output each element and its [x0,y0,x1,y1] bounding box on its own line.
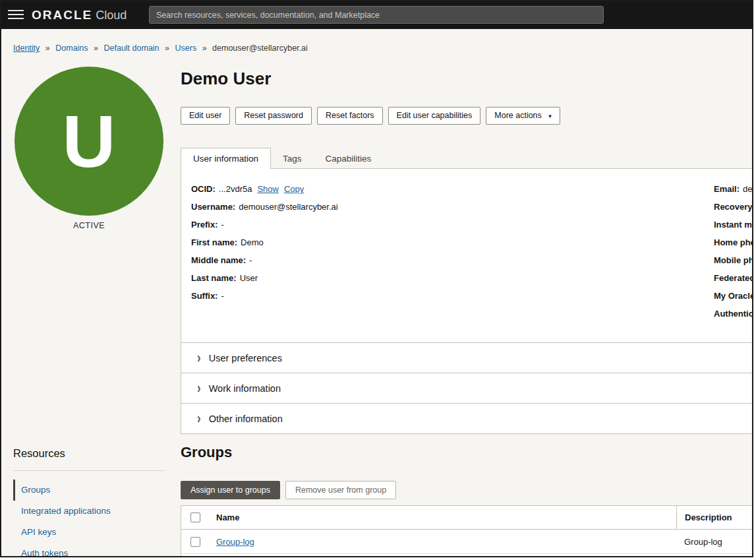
suffix-label: Suffix: [191,291,218,301]
my-oracle-field: My Oracle [714,287,753,305]
name-column-header: Name [216,513,676,522]
breadcrumb-current: demouser@stellarcyber.ai [212,44,308,53]
suffix-value: - [221,291,223,301]
breadcrumb-users[interactable]: Users [175,44,196,53]
chevron-right-icon: › [197,399,201,438]
middle-name-value: - [249,255,252,265]
user-information-panel: OCID:...2vdr5aShowCopy Username:demouser… [181,168,753,343]
row-checkbox[interactable] [190,537,200,547]
prefix-value: - [221,220,223,230]
avatar-letter: U [63,99,116,184]
ocid-copy-link[interactable]: Copy [284,184,304,194]
topbar: ORACLECloud [1,1,752,29]
remove-user-from-group-button[interactable]: Remove user from group [285,481,396,499]
tab-capabilities[interactable]: Capabilities [314,148,384,169]
username-field: Username:demouser@stellarcyber.ai [191,198,338,216]
user-info-right-column: Email:dem Recovery e Instant mes Home ph… [714,180,753,323]
status-badge: ACTIVE [15,221,163,230]
last-name-label: Last name: [191,273,237,283]
sidebar-divider [13,470,165,471]
first-name-label: First name: [191,237,237,247]
section-label: Other information [209,414,283,424]
more-actions-button[interactable]: More actions ▾ [486,107,560,125]
edit-user-capabilities-button[interactable]: Edit user capabilities [388,107,481,125]
groups-table: Name Description Group-log Group-log [181,505,753,557]
sidebar-item-auth-tokens[interactable]: Auth tokens [13,543,165,557]
instant-messaging-field: Instant mes [714,216,753,233]
breadcrumb-separator-icon: » [165,44,169,53]
row-checkbox-cell [181,537,216,547]
section-other-information[interactable]: ›Other information [181,404,753,434]
home-phone-field: Home phon [714,233,753,251]
select-all-checkbox[interactable] [190,513,200,522]
breadcrumb-separator-icon: » [94,44,98,53]
email-field: Email:dem [714,180,753,198]
breadcrumb: Identity » Domains » Default domain » Us… [13,44,308,53]
groups-table-header: Name Description [181,506,753,530]
section-work-information[interactable]: ›Work information [181,373,753,404]
oracle-cloud-logo: ORACLECloud [32,1,127,29]
username-label: Username: [191,202,235,212]
more-actions-label: More actions [494,111,542,120]
group-name-link[interactable]: Group-log [216,537,254,547]
breadcrumb-default-domain[interactable]: Default domain [103,44,159,53]
first-name-field: First name:Demo [191,233,338,251]
breadcrumb-identity[interactable]: Identity [13,44,40,53]
caret-down-icon: ▾ [548,113,552,119]
middle-name-field: Middle name:- [191,251,338,269]
groups-heading: Groups [181,444,232,461]
table-row-partial [181,554,753,557]
ocid-show-link[interactable]: Show [257,184,279,194]
last-name-value: User [240,273,258,283]
suffix-field: Suffix:- [191,287,338,305]
page-title: Demo User [181,69,271,89]
authentication-field: Authentica [714,305,753,323]
logo-oracle-text: ORACLE [32,8,92,22]
breadcrumb-domains[interactable]: Domains [55,44,88,53]
ocid-label: OCID: [191,184,216,194]
groups-action-buttons: Assign user to groups Remove user from g… [181,481,396,499]
reset-factors-button[interactable]: Reset factors [317,107,383,125]
section-user-preferences[interactable]: ›User preferences [181,343,753,373]
ocid-value: ...2vdr5a [219,184,252,194]
last-name-field: Last name:User [191,269,338,287]
menu-icon[interactable] [8,10,24,20]
breadcrumb-separator-icon: » [202,44,207,53]
user-info-left-column: OCID:...2vdr5aShowCopy Username:demouser… [191,180,338,305]
description-column-header: Description [676,506,753,529]
search-input[interactable] [149,6,604,24]
breadcrumb-separator-icon: » [45,44,50,53]
header-checkbox-cell [181,513,216,522]
email-label: Email: [714,184,740,194]
section-label: Work information [209,383,281,394]
recovery-email-field: Recovery e [714,198,753,216]
assign-user-to-groups-button[interactable]: Assign user to groups [181,481,280,499]
logo-cloud-text: Cloud [96,9,127,22]
sidebar-item-integrated-applications[interactable]: Integrated applications [13,501,165,522]
table-row: Group-log Group-log [181,530,753,554]
resources-heading: Resources [13,447,65,460]
edit-user-button[interactable]: Edit user [181,107,230,125]
group-description: Group-log [676,530,753,553]
detail-tabs: User information Tags Capabilities [181,148,383,169]
sidebar-item-api-keys[interactable]: API keys [13,522,165,543]
user-avatar: U [15,67,163,216]
prefix-field: Prefix:- [191,216,338,233]
oracle-cloud-console: ORACLECloud Identity » Domains » Default… [0,0,753,557]
section-label: User preferences [209,353,282,363]
federated-field: Federated: [714,269,753,287]
email-value: dem [743,184,753,194]
resources-list: Groups Integrated applications API keys … [13,480,165,557]
prefix-label: Prefix: [191,220,218,230]
tab-user-information[interactable]: User information [181,148,271,169]
first-name-value: Demo [241,237,264,247]
ocid-field: OCID:...2vdr5aShowCopy [191,180,338,198]
mobile-phone-field: Mobile pho [714,251,753,269]
tab-tags[interactable]: Tags [271,148,314,169]
reset-password-button[interactable]: Reset password [235,107,312,125]
username-value: demouser@stellarcyber.ai [239,202,337,212]
user-action-buttons: Edit user Reset password Reset factors E… [181,107,560,125]
sidebar-item-groups[interactable]: Groups [13,480,165,501]
middle-name-label: Middle name: [191,255,246,265]
